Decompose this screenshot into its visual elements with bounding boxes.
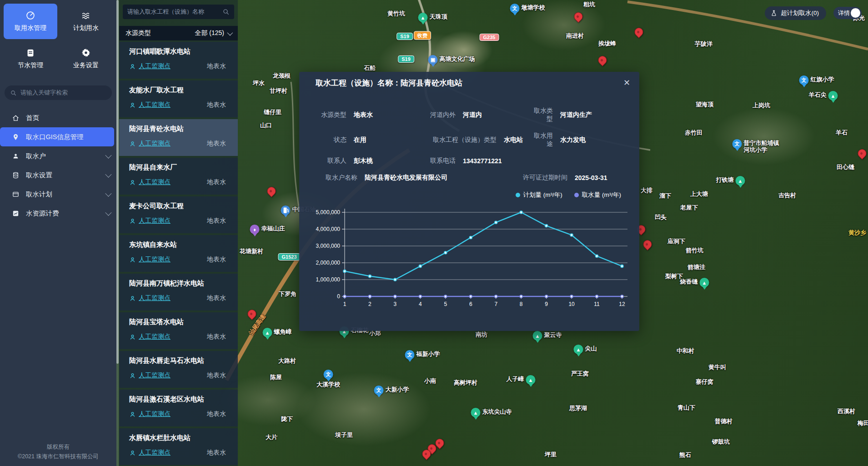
map-pin-gas[interactable]: 中国石油 bbox=[281, 205, 291, 217]
module-gear-button[interactable]: 业务设置 bbox=[59, 41, 113, 76]
svg-text:3: 3 bbox=[394, 301, 397, 307]
module-doc-button[interactable]: 节水管理 bbox=[4, 41, 57, 76]
map-pin-school[interactable]: 文 大溪学校 bbox=[324, 370, 333, 381]
monitor-type-link[interactable]: 人工监测点 bbox=[129, 256, 171, 264]
sidebar-search-input[interactable]: 请输入关键字检索 bbox=[5, 85, 112, 100]
map-pin-red[interactable] bbox=[436, 439, 444, 447]
map-pin-red[interactable] bbox=[574, 12, 583, 21]
station-card[interactable]: 陆河县水唇走马石水电站 人工监测点 地表水 bbox=[119, 351, 238, 388]
monitor-type-link[interactable]: 人工监测点 bbox=[129, 449, 171, 457]
water-source-type: 地表水 bbox=[207, 294, 231, 302]
map-label: 普德村 bbox=[715, 417, 733, 426]
station-card[interactable]: 东坑镇自来水站 人工监测点 地表水 bbox=[119, 235, 238, 272]
station-card[interactable]: 陆河县自来水厂 人工监测点 地表水 bbox=[119, 158, 238, 195]
map-pin-temple[interactable]: ▲ 东坑尖山寺 bbox=[471, 408, 481, 420]
svg-text:2: 2 bbox=[368, 301, 371, 307]
person-icon bbox=[129, 372, 136, 379]
map-pin-mountain[interactable]: ▲ 烧香缝 bbox=[700, 278, 709, 290]
map-pin-school[interactable]: 文 普宁市船埔镇河坑小学 bbox=[733, 139, 742, 151]
panel-scrollbar[interactable] bbox=[116, 0, 119, 466]
sidebar-item-db[interactable]: 取水设置 bbox=[0, 165, 116, 185]
field-value: 2025-03-31 bbox=[575, 174, 607, 181]
field-value: 水力发电 bbox=[560, 136, 586, 144]
map-pin-temple[interactable]: ▲ 聚云寺 bbox=[533, 331, 542, 343]
road-badge: S19 bbox=[398, 55, 414, 63]
filter-label: 水源类型 bbox=[125, 29, 151, 37]
map-pin-mountain[interactable]: ▲ 羊石尖 bbox=[828, 91, 838, 103]
module-label: 取用水管理 bbox=[15, 24, 46, 32]
station-card[interactable]: 友能水厂取水工程 人工监测点 地表水 bbox=[119, 80, 238, 117]
station-card[interactable]: 水唇镇水栏肚水电站 人工监测点 地表水 bbox=[119, 428, 238, 465]
map-pin-mountain[interactable]: ▲ 打铁塘 bbox=[736, 176, 745, 188]
legend-item[interactable]: 取水量 (m³/年) bbox=[574, 191, 621, 199]
station-search-input[interactable]: 请输入取水工程（设施）名称 bbox=[123, 5, 234, 19]
monitor-type-link[interactable]: 人工监测点 bbox=[129, 410, 171, 418]
map-pin-mountain[interactable]: ▲ 天珠顶 bbox=[418, 13, 428, 25]
station-card[interactable]: 陆河县南万镇杞洋水电站 人工监测点 地表水 bbox=[119, 274, 238, 311]
sidebar-item-card[interactable]: 取水计划 bbox=[0, 185, 116, 204]
sidebar-item-user[interactable]: 取水户 bbox=[0, 146, 116, 165]
sidebar-item-chart[interactable]: 水资源计费 bbox=[0, 204, 116, 223]
map-pin-mountain[interactable]: ▲ 螺角嶂 bbox=[263, 328, 272, 340]
station-card[interactable]: 河口镇唱歌潭水电站 人工监测点 地表水 bbox=[119, 42, 238, 79]
waves-icon bbox=[81, 10, 91, 20]
monitor-type-link[interactable]: 人工监测点 bbox=[129, 62, 171, 70]
svg-text:12: 12 bbox=[619, 301, 625, 307]
plan-vs-intake-chart: 01,000,0002,000,0003,000,0004,000,0005,0… bbox=[309, 201, 630, 315]
map-pin-school[interactable]: 文 大新小学 bbox=[374, 386, 384, 397]
map-label: 青山下 bbox=[677, 404, 695, 412]
map-pin-red[interactable] bbox=[422, 450, 431, 458]
sidebar-item-pin[interactable]: 取水口GIS信息管理 bbox=[0, 127, 114, 146]
legend-label: 计划量 (m³/年) bbox=[523, 191, 562, 199]
filter-value-dropdown[interactable]: 全部 (125) bbox=[195, 29, 231, 37]
map-pin-school[interactable]: 文 红旗小学 bbox=[799, 75, 809, 87]
modal-header: 取水工程（设施）名称：陆河县青砼水电站 ✕ bbox=[299, 72, 639, 94]
field-label: 联系人 bbox=[310, 157, 346, 165]
sidebar-item-home[interactable]: 首页 bbox=[0, 108, 116, 127]
monitor-type-link[interactable]: 人工监测点 bbox=[129, 333, 171, 341]
map-pin-red[interactable] bbox=[635, 28, 643, 36]
map-label: 南坊 bbox=[476, 331, 487, 339]
monitor-type-link[interactable]: 人工监测点 bbox=[129, 178, 171, 186]
svg-text:4,000,000: 4,000,000 bbox=[316, 226, 341, 232]
map-label: 上大塘 bbox=[690, 190, 708, 198]
map-pin-mountain[interactable]: ▲ 尖山 bbox=[574, 345, 583, 356]
station-card[interactable]: 陆河县宝塔水电站 人工监测点 地表水 bbox=[119, 312, 238, 349]
map-pin-red[interactable] bbox=[598, 56, 607, 65]
menu-label: 首页 bbox=[26, 114, 39, 122]
module-gauge-button[interactable]: 取用水管理 bbox=[4, 4, 57, 39]
station-card[interactable]: 陆河县激石溪老区水电站 人工监测点 地表水 bbox=[119, 390, 238, 426]
module-waves-button[interactable]: 计划用水 bbox=[59, 4, 113, 39]
field-1-1: 取水工程（设施）类型 水电站 bbox=[419, 136, 528, 144]
map-label: 黄牛叫 bbox=[708, 363, 726, 371]
detail-toggle[interactable]: 详情 bbox=[833, 7, 862, 19]
legend-item[interactable]: 计划量 (m³/年) bbox=[516, 191, 562, 199]
monitor-type-link[interactable]: 人工监测点 bbox=[129, 294, 171, 302]
search-icon bbox=[222, 8, 230, 15]
station-card[interactable]: 麦卡公司取水工程 人工监测点 地表水 bbox=[119, 196, 238, 233]
map-label: 大排 bbox=[641, 186, 652, 195]
monitor-type-link[interactable]: 人工监测点 bbox=[129, 371, 171, 380]
monitor-type-link[interactable]: 人工监测点 bbox=[129, 140, 171, 148]
map-pin-culture[interactable]: ▣ 高塘文化广场 bbox=[428, 55, 438, 67]
map-pin-red[interactable] bbox=[248, 310, 256, 318]
map-label: 凹头 bbox=[655, 213, 667, 221]
close-icon[interactable]: ✕ bbox=[623, 78, 630, 88]
map-pin-red[interactable] bbox=[267, 187, 276, 195]
chevron-down-icon bbox=[105, 152, 111, 159]
map-pin-school[interactable]: 文 福新小学 bbox=[405, 350, 415, 362]
svg-text:9: 9 bbox=[545, 301, 548, 307]
monitor-type-link[interactable]: 人工监测点 bbox=[129, 101, 171, 109]
map-pin-red[interactable] bbox=[858, 149, 867, 158]
map-pin-resort[interactable]: ♦ 幸福山庄 bbox=[250, 225, 260, 236]
station-card[interactable]: 陆河县青砼水电站 人工监测点 地表水 bbox=[119, 119, 238, 156]
map-label: 坝子里 bbox=[335, 431, 353, 439]
person-icon bbox=[129, 295, 136, 302]
field-value: 在用 bbox=[354, 136, 366, 144]
map-pin-red[interactable] bbox=[643, 240, 652, 249]
map-pin-label: 人子嶂 bbox=[507, 376, 524, 383]
map-pin-mountain[interactable]: ▲ 人子嶂 bbox=[526, 375, 536, 387]
over-plan-water-button[interactable]: 超计划取水(0) bbox=[765, 6, 826, 20]
monitor-type-link[interactable]: 人工监测点 bbox=[129, 217, 171, 225]
map-pin-school[interactable]: 文 墩塘学校 bbox=[510, 4, 520, 15]
